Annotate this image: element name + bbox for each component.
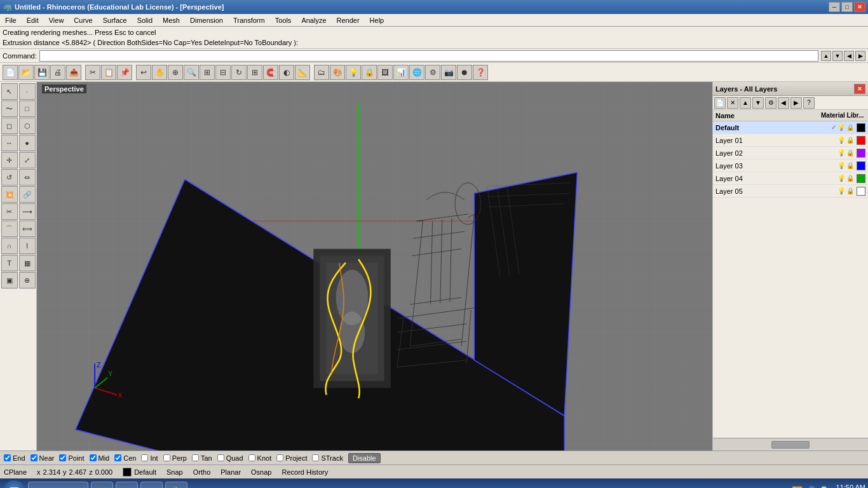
tb-render[interactable]: 🖼 bbox=[377, 65, 393, 80]
menu-transform[interactable]: Transform bbox=[228, 15, 270, 25]
layer-color-swatch[interactable] bbox=[857, 174, 865, 183]
snap-knot-checkbox[interactable] bbox=[248, 454, 255, 461]
menu-render[interactable]: Render bbox=[332, 15, 365, 25]
lt-mesh[interactable]: ⬡ bbox=[19, 118, 36, 134]
lt-point[interactable]: · bbox=[19, 83, 36, 100]
layer-visible-icon[interactable]: 💡 bbox=[837, 149, 845, 156]
tb-globe[interactable]: 🌐 bbox=[409, 65, 424, 80]
layer-color-swatch[interactable] bbox=[857, 123, 865, 132]
layer-color-swatch[interactable] bbox=[857, 149, 865, 158]
tb-material[interactable]: 🎨 bbox=[330, 65, 345, 80]
layer-lock-icon[interactable]: 🔒 bbox=[846, 162, 854, 169]
lt-boolean[interactable]: ∩ bbox=[1, 238, 18, 254]
lt-dot[interactable]: ● bbox=[19, 135, 36, 151]
layer-filter[interactable]: ▼ bbox=[752, 97, 764, 109]
lt-scale[interactable]: ⤢ bbox=[19, 152, 36, 168]
command-input[interactable] bbox=[39, 50, 818, 62]
viewport[interactable]: Perspective bbox=[37, 82, 712, 451]
layer-visible-icon[interactable]: 💡 bbox=[837, 137, 845, 144]
snap-cen[interactable]: Cen bbox=[114, 454, 136, 462]
taskbar-firefox-app[interactable]: 🦊 bbox=[91, 482, 113, 488]
lt-offset[interactable]: ⟺ bbox=[19, 220, 36, 237]
cmd-btn-left[interactable]: ◀ bbox=[844, 51, 854, 61]
osnap-status[interactable]: Osnap bbox=[251, 468, 271, 476]
snap-cen-checkbox[interactable] bbox=[114, 454, 121, 461]
layers-scrollbar[interactable] bbox=[713, 438, 868, 451]
lt-dimension[interactable]: ↔ bbox=[1, 135, 18, 151]
lt-curve[interactable]: 〜 bbox=[1, 100, 18, 117]
snap-int-checkbox[interactable] bbox=[141, 454, 148, 461]
snap-disable[interactable]: Disable bbox=[348, 453, 381, 463]
tb-zoom-out[interactable]: ⊟ bbox=[215, 65, 231, 80]
taskbar-rhino2-app[interactable]: 🦏 bbox=[140, 482, 163, 488]
layer-settings[interactable]: ⚙ bbox=[765, 97, 776, 109]
tb-snap[interactable]: 🧲 bbox=[263, 65, 278, 80]
layer-lock-icon[interactable]: 🔒 bbox=[846, 149, 854, 156]
lt-fillet[interactable]: ⌒ bbox=[1, 220, 18, 237]
start-button[interactable]: ⊞ bbox=[3, 480, 25, 488]
layer-new[interactable]: 📄 bbox=[714, 97, 726, 109]
tb-copy[interactable]: 📋 bbox=[101, 65, 116, 80]
menu-solid[interactable]: Solid bbox=[132, 15, 158, 25]
cmd-btn-right[interactable]: ▶ bbox=[855, 51, 865, 61]
snap-near-checkbox[interactable] bbox=[31, 454, 37, 461]
lt-mirror[interactable]: ⇔ bbox=[19, 169, 36, 186]
layer-row[interactable]: Layer 03 💡 🔒 bbox=[713, 159, 868, 172]
lt-surface[interactable]: □ bbox=[19, 100, 36, 117]
snap-int[interactable]: Int bbox=[141, 454, 158, 462]
snap-project-checkbox[interactable] bbox=[276, 454, 283, 461]
snap-project[interactable]: Project bbox=[276, 454, 307, 462]
tb-zoom-ext[interactable]: ⊕ bbox=[168, 65, 183, 80]
tb-pan[interactable]: ✋ bbox=[152, 65, 167, 80]
layer-visible-icon[interactable]: 💡 bbox=[837, 187, 845, 194]
snap-tan[interactable]: Tan bbox=[192, 454, 212, 462]
menu-curve[interactable]: Curve bbox=[69, 15, 97, 25]
minimize-button[interactable]: ─ bbox=[829, 2, 840, 12]
tb-grid[interactable]: ⊞ bbox=[247, 65, 262, 80]
layer-lock-icon[interactable]: 🔒 bbox=[846, 175, 854, 182]
layer-visible-icon[interactable]: 💡 bbox=[837, 175, 845, 182]
maximize-button[interactable]: □ bbox=[841, 2, 853, 12]
menu-surface[interactable]: Surface bbox=[98, 15, 132, 25]
lt-select[interactable]: ↖ bbox=[1, 83, 18, 100]
snap-strack[interactable]: STrack bbox=[312, 454, 342, 462]
menu-dimension[interactable]: Dimension bbox=[185, 15, 228, 25]
lt-block[interactable]: ▣ bbox=[1, 272, 18, 288]
layer-row[interactable]: Default ✓ 💡 🔒 bbox=[713, 121, 868, 134]
layer-help[interactable]: ? bbox=[803, 97, 815, 109]
tb-paste[interactable]: 📌 bbox=[117, 65, 132, 80]
layer-lock-icon[interactable]: 🔒 bbox=[846, 124, 854, 131]
snap-point-checkbox[interactable] bbox=[59, 454, 66, 461]
title-bar-controls[interactable]: ─ □ ✕ bbox=[829, 2, 865, 12]
menu-edit[interactable]: Edit bbox=[22, 15, 44, 25]
lt-explode[interactable]: 💥 bbox=[1, 186, 18, 203]
tb-zoom-sel[interactable]: 🔍 bbox=[184, 65, 199, 80]
snap-strack-checkbox[interactable] bbox=[312, 454, 319, 461]
tb-open[interactable]: 📂 bbox=[18, 65, 34, 80]
snap-perp-checkbox[interactable] bbox=[163, 454, 170, 461]
snap-near[interactable]: Near bbox=[31, 454, 55, 462]
tb-perspective[interactable]: 📐 bbox=[295, 65, 310, 80]
tb-lock[interactable]: 🔒 bbox=[362, 65, 377, 80]
snap-tan-checkbox[interactable] bbox=[192, 454, 199, 461]
lt-trim[interactable]: ✂ bbox=[1, 203, 18, 220]
snap-end-checkbox[interactable] bbox=[4, 454, 11, 461]
layer-visible-icon[interactable]: 💡 bbox=[837, 162, 845, 169]
tb-cut[interactable]: ✂ bbox=[85, 65, 100, 80]
tb-undo[interactable]: ↩ bbox=[136, 65, 151, 80]
lt-solid[interactable]: ◻ bbox=[1, 118, 18, 134]
lt-split[interactable]: ⌇ bbox=[19, 238, 36, 254]
tb-settings[interactable]: ⚙ bbox=[425, 65, 440, 80]
lt-rotate[interactable]: ↺ bbox=[1, 169, 18, 186]
snap-point[interactable]: Point bbox=[59, 454, 84, 462]
snap-knot[interactable]: Knot bbox=[248, 454, 272, 462]
layer-lock-icon[interactable]: 🔒 bbox=[846, 137, 854, 144]
tb-zoom-in[interactable]: ⊞ bbox=[200, 65, 215, 80]
layer-nav-right[interactable]: ▶ bbox=[790, 97, 802, 109]
lt-text[interactable]: T bbox=[1, 255, 18, 271]
record-history[interactable]: Record History bbox=[281, 468, 328, 476]
snap-quad-checkbox[interactable] bbox=[217, 454, 224, 461]
taskbar-rhino-app[interactable]: 🦏 Rhinoceros bbox=[28, 482, 88, 488]
lt-extend[interactable]: ⟶ bbox=[19, 203, 36, 220]
tb-camera[interactable]: 📷 bbox=[441, 65, 456, 80]
